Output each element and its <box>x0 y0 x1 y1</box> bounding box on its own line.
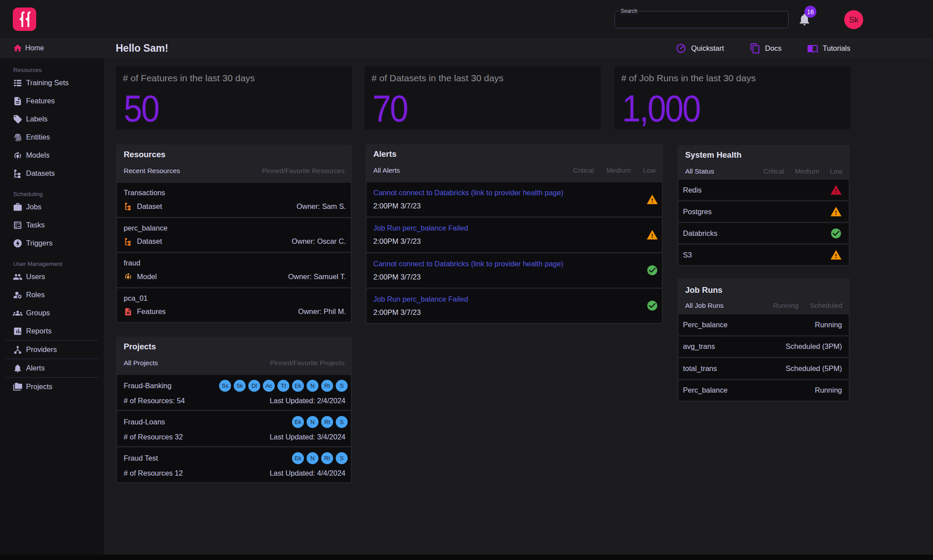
tab-medium[interactable]: Medium <box>795 167 819 175</box>
avatar[interactable]: S <box>336 452 348 464</box>
sidebar-item-entities[interactable]: Entities <box>0 128 104 146</box>
avatar[interactable]: S <box>336 380 348 392</box>
job-runs-card: Job Runs All Job Runs Running Scheduled … <box>677 278 850 402</box>
stat-label: # of Features in the last 30 days <box>116 66 352 83</box>
sidebar-item-projects[interactable]: Projects <box>0 378 104 396</box>
ballot-icon <box>13 220 23 230</box>
system-health-row[interactable]: Postgres <box>679 201 849 222</box>
project-row[interactable]: Fraud Test Ek N Rt S # of Resources 12 L… <box>117 447 351 482</box>
avatar[interactable]: Ek <box>292 380 304 392</box>
avatar[interactable]: Rt <box>321 416 333 428</box>
tab-recent-resources[interactable]: Recent Resources <box>124 167 180 175</box>
copy-icon <box>750 43 761 54</box>
job-run-row[interactable]: avg_trans Scheduled (3PM) <box>679 337 849 357</box>
sidebar-item-tasks[interactable]: Tasks <box>0 216 104 234</box>
sidebar-item-providers[interactable]: Providers <box>0 341 104 359</box>
sidebar-item-alerts[interactable]: Alerts <box>0 359 104 377</box>
alert-row[interactable]: Cannot connect to Databricks (link to pr… <box>367 254 662 288</box>
reports-label: Reports <box>26 327 52 335</box>
quickstart-link[interactable]: Quickstart <box>675 43 724 54</box>
hub-icon <box>13 345 23 355</box>
resource-row[interactable]: Transactions Dataset Owner: Sam S. <box>117 183 351 217</box>
tab-pinned-resources[interactable]: Pinned/Favorite Resources <box>262 167 345 175</box>
tab-low[interactable]: Low <box>643 166 656 174</box>
resource-row[interactable]: perc_balance Dataset Owner: Oscar C. <box>117 218 351 252</box>
system-health-row[interactable]: S3 <box>679 245 849 265</box>
tab-all-status[interactable]: All Status <box>685 167 714 175</box>
notification-count-badge: 16 <box>804 6 816 18</box>
avatar[interactable]: S <box>336 416 348 428</box>
tab-all-job-runs[interactable]: All Job Runs <box>685 302 724 310</box>
avatar[interactable]: Ss <box>219 380 231 392</box>
tab-critical[interactable]: Critical <box>763 167 784 175</box>
avatar[interactable]: Ac <box>263 380 275 392</box>
tab-pinned-projects[interactable]: Pinned/Favorite Projects <box>270 359 345 367</box>
docs-label: Docs <box>765 44 782 53</box>
project-row[interactable]: Fraud-Loans Ek N Rt S # of Resources 32 … <box>117 411 351 446</box>
alert-message-link[interactable]: Job Run perc_balance Failed <box>373 224 633 232</box>
job-run-row[interactable]: total_trans Scheduled (5PM) <box>679 358 849 379</box>
sidebar-item-users[interactable]: Users <box>0 268 104 286</box>
sidebar-item-reports[interactable]: Reports <box>0 322 104 340</box>
alert-row[interactable]: Cannot connect to Databricks (link to pr… <box>367 182 662 216</box>
sidebar-item-triggers[interactable]: Triggers <box>0 234 104 252</box>
resource-row[interactable]: fraud Model Owner: Samuel T. <box>117 253 351 287</box>
user-avatar[interactable]: Sk <box>844 10 863 29</box>
sidebar-item-labels[interactable]: Labels <box>0 110 104 128</box>
warning-icon <box>830 249 842 261</box>
alert-message-link[interactable]: Cannot connect to Databricks (link to pr… <box>373 260 633 268</box>
sidebar-item-roles[interactable]: Roles <box>0 286 104 304</box>
tab-critical[interactable]: Critical <box>573 166 594 174</box>
system-health-row[interactable]: Redis <box>679 180 849 200</box>
alerts-card-title: Alerts <box>365 144 663 159</box>
resource-row[interactable]: pca_01 Features Owner: Phil M. <box>117 288 351 322</box>
tab-running[interactable]: Running <box>773 302 799 310</box>
avatar[interactable]: Tt <box>277 380 289 392</box>
projects-card: Projects All Projects Pinned/Favorite Pr… <box>116 337 352 484</box>
alert-row[interactable]: Job Run perc_balance Failed 2:00PM 3/7/2… <box>367 218 662 252</box>
alert-row[interactable]: Job Run perc_balance Failed 2:00PM 3/7/2… <box>367 289 662 323</box>
tab-medium[interactable]: Medium <box>606 166 630 174</box>
sidebar-item-features[interactable]: Features <box>0 92 104 110</box>
avatar[interactable]: Rt <box>321 380 333 392</box>
sidebar-item-home[interactable]: Home <box>0 38 104 58</box>
avatar[interactable]: N <box>307 380 319 392</box>
dataset-tree-icon <box>124 202 133 211</box>
warning-icon <box>646 193 658 205</box>
docs-link[interactable]: Docs <box>750 43 782 54</box>
job-run-row[interactable]: Perc_balance Running <box>679 314 849 335</box>
resource-owner: Owner: Phil M. <box>298 307 346 316</box>
sidebar-item-datasets[interactable]: Datasets <box>0 164 104 182</box>
resources-card-title: Resources <box>116 144 352 159</box>
avatar[interactable]: Dl <box>248 380 260 392</box>
search-input[interactable] <box>619 13 783 26</box>
project-row[interactable]: Fraud-Banking Ss Sk Dl Ac Tt Ek N Rt S #… <box>117 375 351 410</box>
tab-all-projects[interactable]: All Projects <box>124 359 158 367</box>
tutorials-link[interactable]: Tutorials <box>807 43 850 54</box>
training-sets-label: Training Sets <box>26 79 69 87</box>
alert-message-link[interactable]: Cannot connect to Databricks (link to pr… <box>373 189 633 197</box>
featureform-logo[interactable] <box>13 8 36 31</box>
avatar[interactable]: Sk <box>234 380 246 392</box>
avatar[interactable]: N <box>307 452 319 464</box>
alert-message-link[interactable]: Job Run perc_balance Failed <box>373 295 633 303</box>
sidebar-item-training-sets[interactable]: Training Sets <box>0 74 104 92</box>
stat-card-datasets: # of Datasets in the last 30 days 70 <box>364 66 601 129</box>
tab-low[interactable]: Low <box>830 167 842 175</box>
sidebar-item-jobs[interactable]: Jobs <box>0 198 104 216</box>
people-icon <box>13 272 23 282</box>
resource-owner: Owner: Samuel T. <box>288 272 346 281</box>
sidebar-item-groups[interactable]: Groups <box>0 304 104 322</box>
section-label-resources: Resources <box>13 67 104 74</box>
jobs-label: Jobs <box>26 203 42 211</box>
tab-all-alerts[interactable]: All Alerts <box>373 166 400 174</box>
system-health-row[interactable]: Databricks <box>679 223 849 243</box>
sidebar-item-models[interactable]: Models <box>0 146 104 164</box>
avatar[interactable]: Rt <box>321 452 333 464</box>
avatar[interactable]: N <box>307 416 319 428</box>
triggers-label: Triggers <box>26 239 53 247</box>
avatar[interactable]: Ek <box>292 452 304 464</box>
tab-scheduled[interactable]: Scheduled <box>810 302 842 310</box>
job-run-row[interactable]: Perc_balance Running <box>679 380 849 401</box>
avatar[interactable]: Ek <box>292 416 304 428</box>
